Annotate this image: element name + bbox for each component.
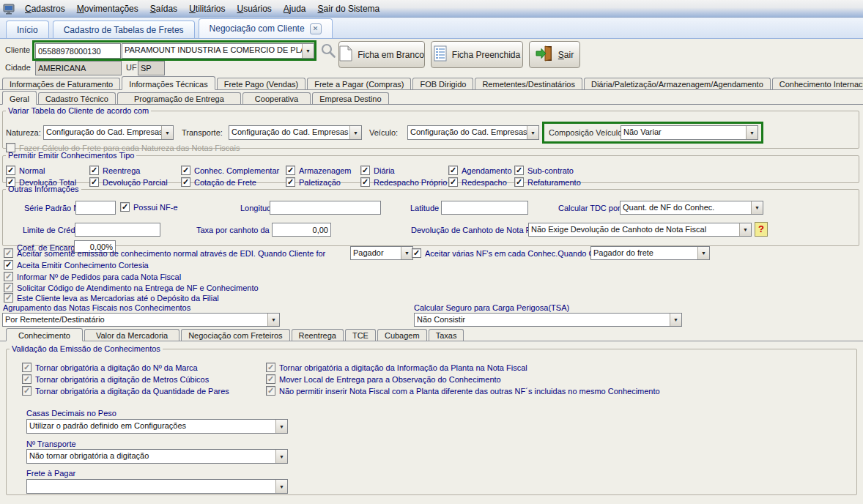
tab-conhecimento[interactable]: Conhecimento	[6, 328, 83, 341]
tab-informacoes-de-faturamento[interactable]: Informações de Faturamento	[2, 78, 120, 89]
close-icon[interactable]: ✕	[310, 23, 322, 34]
tab-valor-da-mercadoria[interactable]: Valor da Mercadoria	[84, 329, 179, 341]
checkbox-sub-contrato[interactable]: Sub-contrato	[514, 166, 574, 175]
tab-frete-pago-vendas[interactable]: Frete Pago (Vendas)	[217, 78, 306, 89]
outras-informacoes-groupbox: Outras Informações Série Padrão NF Possu…	[2, 185, 859, 246]
tab-negociacao-com-cliente[interactable]: Negociação com Cliente ✕	[199, 18, 333, 38]
checkbox-diaria[interactable]: Diária	[360, 166, 395, 175]
checkbox-icon	[514, 166, 524, 175]
cidade-input[interactable]	[35, 61, 122, 75]
varias-nfs-pagador-combo[interactable]: Pagador do frete▼	[590, 246, 710, 260]
checkbox-possui-nfe[interactable]: Possui NF-e	[120, 202, 178, 212]
sair-button[interactable]: Sair	[529, 41, 580, 68]
checkbox-icon	[4, 283, 13, 292]
agrupamento-combo[interactable]: Por Remetente/Destinatário▼	[2, 313, 280, 327]
tab-programacao-de-entrega[interactable]: Programação de Entrega	[117, 92, 241, 104]
tab-cadastro-tecnico[interactable]: Cadastro Técnico	[38, 92, 116, 104]
tab-diaria-paletizacao-armazenagem-agendamento[interactable]: Diária/Paletização/Armazenagem/Agendamen…	[584, 78, 771, 89]
chevron-down-icon: ▼	[267, 314, 279, 326]
checkbox-normal[interactable]: Normal	[6, 166, 45, 175]
tab-cadastro-de-tabelas-de-fretes[interactable]: Cadastro de Tabelas de Fretes	[53, 21, 195, 38]
checkbox-icon	[89, 166, 99, 175]
checkbox-armazenagem[interactable]: Armazenagem	[286, 166, 352, 175]
tab-remetentes-destinatarios[interactable]: Remetentes/Destinatários	[475, 78, 582, 89]
casas-decimais-label: Casas Decimais no Peso	[26, 409, 116, 418]
tab-inicio[interactable]: Início	[6, 21, 49, 38]
bottom-tab-strip: Conhecimento Valor da Mercadoria Negocia…	[0, 328, 863, 341]
tab-frete-a-pagar-compras[interactable]: Frete a Pagar (Compras)	[307, 78, 411, 89]
tab-conhecimento-internacional[interactable]: Conhecimento Internacional	[772, 78, 863, 89]
cliente-name-combo[interactable]: PARAMOUNT INDUSTRIA E COMERCIO DE PLAST …	[122, 43, 314, 59]
limite-credito-input[interactable]	[75, 223, 160, 237]
natureza-combo[interactable]: Configuração do Cad. Empresas▼	[43, 125, 174, 140]
tab-tce[interactable]: TCE	[345, 329, 376, 341]
num-transporte-combo[interactable]: Não tornar obrigatória a digitação▼	[26, 449, 288, 464]
chevron-down-icon: ▼	[349, 126, 361, 139]
serie-padrao-nf-input[interactable]	[75, 201, 116, 215]
tab-fob-dirigido[interactable]: FOB Dirigido	[412, 78, 473, 89]
app-icon	[3, 3, 15, 15]
uf-label: UF	[126, 63, 137, 72]
checkbox-edi: Aceitar somente emissão de conhecimento …	[4, 248, 325, 258]
checkbox-cortesia[interactable]: Aceita Emitir Conhecimento Cortesia	[4, 260, 149, 270]
calcular-tdc-combo[interactable]: Quant. de NF do Conhec.▼	[620, 201, 763, 215]
tab-negociacao-com-freteiros[interactable]: Negociação com Freteiros	[181, 329, 289, 341]
ficha-preenchida-button[interactable]: Ficha Preenchida	[431, 41, 523, 68]
permitir-conhecimentos-groupbox: Permitir Emitir Conhecimentos Tipo Norma…	[2, 151, 859, 183]
natureza-label: Natureza:	[6, 128, 41, 137]
menu-utilitarios[interactable]: Utilitários	[183, 2, 231, 15]
outras-informacoes-legend: Outras Informações	[6, 185, 81, 193]
checkbox-icon	[22, 363, 32, 372]
veiculo-combo[interactable]: Configuração do Cad. Empresas▼	[407, 125, 539, 140]
cliente-code-input[interactable]	[35, 43, 121, 59]
search-icon[interactable]	[320, 42, 336, 60]
uf-input[interactable]	[138, 61, 165, 75]
validacao-legend: Validação da Emissão de Conhecimentos	[10, 344, 163, 353]
chevron-down-icon: ▼	[275, 450, 287, 463]
menu-usuarios[interactable]: Usuários	[231, 2, 277, 15]
checkbox-reentrega[interactable]: Reentrega	[89, 166, 140, 175]
edi-pagador-combo[interactable]: Pagador▼	[350, 246, 413, 260]
casas-decimais-combo[interactable]: Utilizar o padrão definido em Configuraç…	[26, 419, 288, 434]
composicao-veiculo-combo[interactable]: Não Variar▼	[621, 125, 758, 140]
devolucao-canhoto-combo[interactable]: Não Exige Devolução de Canhoto de Nota F…	[528, 223, 752, 237]
frete-a-pagar-combo[interactable]: ▼	[26, 479, 288, 494]
checkbox-deposito-filial: Este Cliente leva as Mercadorias até o D…	[4, 293, 219, 303]
tab-geral[interactable]: Geral	[2, 91, 37, 105]
checkbox-quantidade-pares: Tornar obrigatória a digitação da Quanti…	[22, 386, 229, 396]
tab-informacoes-tecnicas[interactable]: Informações Técnicas	[122, 76, 215, 90]
tab-cubagem[interactable]: Cubagem	[377, 329, 427, 341]
tab-reentrega[interactable]: Reentrega	[292, 329, 344, 341]
help-icon[interactable]: ?	[755, 222, 768, 237]
taxa-canhoto-input[interactable]	[272, 223, 331, 237]
menu-ajuda[interactable]: Ajuda	[278, 2, 312, 15]
checkbox-agendamento[interactable]: Agendamento	[448, 166, 512, 175]
chevron-down-icon: ▼	[751, 201, 763, 214]
menu-cadastros[interactable]: Cadastros	[19, 2, 71, 15]
seguro-carga-perigosa-combo[interactable]: Não Consistir▼	[414, 313, 682, 327]
calcular-tdc-label: Calcular TDC por	[558, 204, 621, 212]
cidade-label: Cidade	[5, 63, 31, 72]
latitude-input[interactable]	[441, 201, 528, 215]
devolucao-canhoto-label: Devolução de Canhoto de Nota Fiscal	[411, 226, 547, 234]
ficha-em-branco-button[interactable]: Ficha em Branco	[338, 41, 425, 68]
checkbox-codigo-atendimento: Solicitar Código de Atendimento na Entre…	[4, 283, 259, 292]
transporte-combo[interactable]: Configuração do Cad. Empresas▼	[229, 125, 362, 140]
frete-a-pagar-label: Frete à Pagar	[26, 469, 75, 478]
permitir-legend: Permitir Emitir Conhecimentos Tipo	[6, 151, 136, 160]
menu-saidas[interactable]: Saídas	[144, 2, 183, 15]
tab-empresa-destino[interactable]: Empresa Destino	[312, 92, 388, 104]
chevron-down-icon: ▼	[275, 480, 287, 493]
checkbox-conhec-complementar[interactable]: Conhec. Complementar	[181, 166, 279, 175]
tab-taxas[interactable]: Taxas	[429, 329, 464, 341]
longitude-input[interactable]	[270, 201, 381, 215]
checkbox-icon	[448, 166, 458, 175]
chevron-down-icon: ▼	[161, 126, 173, 139]
menu-sair-do-sistema[interactable]: Sair do Sistema	[312, 2, 386, 15]
chevron-down-icon: ▼	[739, 223, 751, 236]
chevron-down-icon: ▼	[302, 44, 314, 58]
tab-cooperativa[interactable]: Cooperativa	[242, 92, 311, 104]
checkbox-icon	[120, 202, 130, 212]
menu-movimentacoes[interactable]: Movimentações	[71, 2, 144, 15]
variar-tabela-legend: Variar Tabela do Cliente de acordo com	[6, 106, 151, 115]
